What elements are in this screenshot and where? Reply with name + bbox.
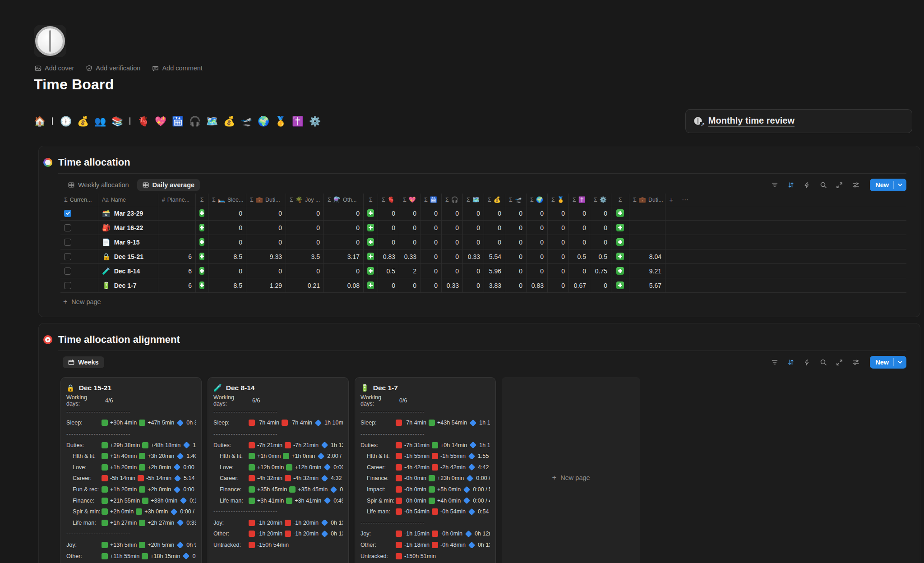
column-header-world-map-emoji[interactable]: Σ🗺️ (463, 194, 484, 206)
column-header-anatomical-heart-emoji[interactable]: Σ🫀 (378, 194, 399, 206)
table-row[interactable]: 🧪Dec 8-14600000.520005.9600000.759.21 (60, 264, 906, 278)
new-dropdown-button[interactable] (894, 356, 906, 369)
green-square-icon (429, 486, 435, 493)
new-dropdown-button[interactable] (894, 179, 906, 191)
sort-icon[interactable] (787, 359, 795, 366)
table-row[interactable]: 🔒Dec 15-2168.59.333.53.170.830.33000.335… (60, 249, 906, 264)
column-header-airplane-departure-emoji[interactable]: Σ🛫 (505, 194, 527, 206)
plus-formula-cell (364, 278, 378, 292)
expand-icon[interactable] (836, 181, 843, 189)
emoji-group-divider (52, 117, 53, 125)
column-header-duti[interactable]: Σ💼Duti... (629, 194, 665, 206)
red-square-icon (396, 542, 402, 548)
checkbox[interactable] (64, 268, 71, 275)
column-header-sum[interactable]: Σ (611, 194, 629, 206)
week-card[interactable]: 🧪Dec 8-14Working days:6/6---------------… (208, 377, 349, 563)
alignment-title[interactable]: Time allocation alignment (58, 334, 180, 346)
chip-value: 0h 13min (0h 0 (331, 531, 343, 537)
row-name-cell[interactable]: 🔒Dec 15-21 (98, 249, 158, 263)
column-header-gear-emoji[interactable]: Σ⚙️ (590, 194, 611, 206)
add-comment-button[interactable]: Add comment (152, 65, 202, 72)
card-metric-row: Finance:-0h 0min+23h 0min0:00 / 23:00 (360, 473, 490, 484)
column-label: Name (111, 197, 126, 203)
page-icon-clock[interactable] (34, 25, 66, 57)
sort-icon[interactable] (787, 181, 795, 189)
table-row[interactable]: 📄Mar 9-15000000000000000 (60, 235, 906, 249)
metric-chips: +1h 40min+3h 20min1:40 / 5:00 (102, 453, 196, 459)
settings-sliders-icon[interactable] (852, 181, 859, 189)
checkbox[interactable] (64, 210, 71, 217)
lightning-icon[interactable] (803, 359, 811, 366)
green-plus-icon (616, 282, 624, 289)
column-header-elevator-emoji[interactable]: Σ🛗 (420, 194, 442, 206)
expand-icon[interactable] (836, 359, 843, 366)
add-column-button[interactable]: + (665, 194, 678, 206)
column-header-duti[interactable]: Σ💼Duti... (246, 194, 286, 206)
add-cover-button[interactable]: Add cover (35, 65, 74, 72)
alignment-toolbar: New (771, 356, 906, 369)
column-header-joy[interactable]: Σ🌴Joy ... (286, 194, 324, 206)
checkbox[interactable] (64, 224, 71, 231)
column-header-planne[interactable]: #Planne... (158, 194, 196, 206)
blue-diamond-icon (470, 420, 477, 426)
checkbox[interactable] (64, 282, 71, 289)
row-name-cell[interactable]: 📄Mar 9-15 (98, 235, 158, 249)
column-header-sparkling-heart-emoji[interactable]: Σ💖 (399, 194, 420, 206)
add-verification-button[interactable]: Add verification (86, 65, 140, 72)
red-square-icon (432, 508, 438, 515)
search-icon[interactable] (819, 359, 827, 366)
column-header-sum[interactable]: Σ (364, 194, 378, 206)
column-label: Joy ... (305, 197, 320, 203)
tab-weekly-allocation[interactable]: Weekly allocation (63, 179, 134, 191)
board-new-page-button[interactable]: +New page (502, 377, 640, 563)
row-name-cell[interactable]: 🔋Dec 1-7 (98, 278, 158, 292)
column-header-name[interactable]: AaName (98, 194, 158, 206)
blue-diamond-icon (321, 475, 328, 481)
column-header-globe-emoji[interactable]: Σ🌍 (527, 194, 548, 206)
search-icon[interactable] (819, 181, 827, 189)
chip-value: +3h 20min (148, 453, 174, 459)
settings-sliders-icon[interactable] (852, 359, 859, 366)
row-name-cell[interactable]: 🧪Dec 8-14 (98, 264, 158, 278)
lightning-icon[interactable] (803, 181, 811, 189)
value-cell: 0 (548, 221, 569, 235)
column-header-curren[interactable]: ΣCurren... (60, 194, 98, 206)
tab-daily-average[interactable]: Daily average (137, 179, 200, 191)
chip-value: -1h 20min (257, 520, 282, 526)
table-row[interactable]: 🗃️Mar 23-29000000000000000 (60, 206, 906, 221)
row-name-cell[interactable]: 🗃️Mar 23-29 (98, 206, 158, 220)
card-title[interactable]: 🔋Dec 1-7 (360, 382, 490, 394)
metric-chips: +12h 0min+12h 0min0:00 / 12:00 (249, 464, 343, 471)
week-card[interactable]: 🔒Dec 15-21Working days:4/6--------------… (60, 377, 202, 563)
tab-weeks[interactable]: Weeks (63, 356, 104, 368)
red-square-icon (432, 464, 438, 471)
table-row[interactable]: 🎒Mar 16-22000000000000000 (60, 221, 906, 235)
metric-label: Life man: (220, 498, 249, 504)
card-title[interactable]: 🧪Dec 8-14 (213, 382, 343, 394)
filter-icon[interactable] (771, 181, 778, 189)
time-allocation-title[interactable]: Time allocation (58, 157, 130, 168)
row-name-cell[interactable]: 🎒Mar 16-22 (98, 221, 158, 235)
week-card[interactable]: 🔋Dec 1-7Working days:0/6----------------… (355, 377, 496, 563)
blue-diamond-icon (315, 420, 322, 426)
column-header-money-bag-emoji[interactable]: Σ💰 (484, 194, 505, 206)
new-button[interactable]: New (870, 179, 906, 191)
card-title[interactable]: 🔒Dec 15-21 (66, 382, 196, 394)
value-cell: 0 (548, 249, 569, 263)
table-row[interactable]: 🔋Dec 1-768.51.290.210.080000.3303.8300.8… (60, 278, 906, 293)
filter-icon[interactable] (771, 359, 778, 366)
column-header-headphone-emoji[interactable]: Σ🎧 (442, 194, 463, 206)
page-title[interactable]: Time Board (34, 76, 924, 93)
checkbox[interactable] (64, 253, 71, 260)
column-header-latin-cross-emoji[interactable]: Σ✝️ (569, 194, 590, 206)
monthly-time-review-link[interactable]: ↗ Monthly time review (685, 109, 912, 133)
column-header-gold-medal-emoji[interactable]: Σ🥇 (548, 194, 569, 206)
column-header-sum[interactable]: Σ (196, 194, 208, 206)
column-header-slee[interactable]: Σ🛏️Slee... (208, 194, 246, 206)
table-options-button[interactable]: ⋯ (678, 194, 693, 206)
checkbox[interactable] (64, 239, 71, 246)
new-button[interactable]: New (870, 356, 906, 369)
table-new-page-button[interactable]: + New page (60, 293, 906, 310)
column-header-oth[interactable]: Σ⚗️Oth... (324, 194, 364, 206)
chip-value: -0h 48min (440, 542, 466, 548)
